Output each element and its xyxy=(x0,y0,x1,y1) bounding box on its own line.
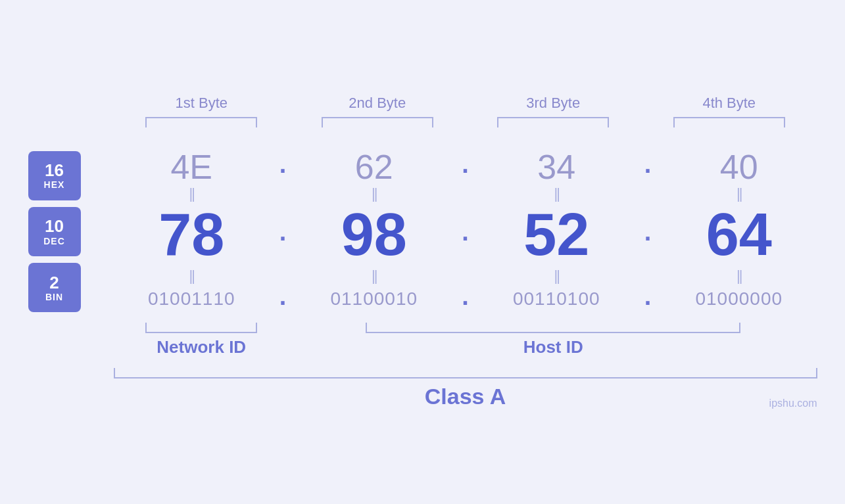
equals-row-1: || || || || xyxy=(114,187,817,200)
byte-label-1: 1st Byte xyxy=(114,95,290,112)
equals-1: || xyxy=(114,189,270,198)
bottom-section: Network ID Host ID xyxy=(114,323,817,357)
equals-6: || xyxy=(296,271,452,280)
base-number-dec: 10 xyxy=(45,217,64,236)
dot-hex-2: . xyxy=(452,150,479,184)
bin-value-4: 01000000 xyxy=(695,288,783,309)
hex-cell-2: 62 xyxy=(296,147,452,187)
base-labels: 16 HEX 10 DEC 2 BIN xyxy=(28,147,114,315)
base-number-bin: 2 xyxy=(49,273,59,292)
main-content: 16 HEX 10 DEC 2 BIN 4E . 62 xyxy=(28,147,817,315)
bottom-brackets xyxy=(114,323,817,333)
bottom-labels: Network ID Host ID xyxy=(114,337,817,357)
hex-cell-4: 40 xyxy=(661,147,817,187)
equals-5: || xyxy=(114,271,270,280)
host-id-label: Host ID xyxy=(289,337,817,357)
equals-4: || xyxy=(661,189,817,198)
hex-value-1: 4E xyxy=(170,148,212,186)
class-bracket xyxy=(114,368,817,378)
hex-row: 4E . 62 . 34 . 40 xyxy=(114,147,817,187)
values-grid: 4E . 62 . 34 . 40 || || xyxy=(114,147,817,315)
dot-hex-1: . xyxy=(270,150,296,184)
watermark: ipshu.com xyxy=(769,398,817,409)
top-brackets xyxy=(114,117,817,127)
dec-value-4: 64 xyxy=(706,202,772,267)
equals-2: || xyxy=(296,189,452,198)
hex-cell-1: 4E xyxy=(114,147,270,187)
host-bracket-wrap xyxy=(289,323,817,333)
host-bracket xyxy=(366,323,740,333)
base-badge-bin: 2 BIN xyxy=(28,263,81,312)
bracket-top-1 xyxy=(145,117,257,127)
base-name-bin: BIN xyxy=(45,292,63,302)
top-bracket-1 xyxy=(114,117,290,127)
dec-cell-1: 78 xyxy=(114,201,270,269)
bin-cell-2: 01100010 xyxy=(296,288,452,309)
equals-7: || xyxy=(479,271,635,280)
dec-value-3: 52 xyxy=(523,202,589,267)
dec-cell-3: 52 xyxy=(479,201,635,269)
equals-3: || xyxy=(479,189,635,198)
class-row: Class A xyxy=(114,368,817,409)
base-number-hex: 16 xyxy=(45,161,64,180)
dot-bin-3: . xyxy=(635,283,661,316)
dec-cell-4: 64 xyxy=(661,201,817,269)
dot-dec-3: . xyxy=(635,218,661,252)
byte-labels-row: 1st Byte 2nd Byte 3rd Byte 4th Byte xyxy=(114,95,817,112)
dot-dec-2: . xyxy=(452,218,479,252)
main-container: 1st Byte 2nd Byte 3rd Byte 4th Byte 16 H… xyxy=(28,95,817,409)
network-bracket xyxy=(145,323,257,333)
bracket-top-4 xyxy=(673,117,785,127)
equals-row-2: || || || || xyxy=(114,269,817,283)
hex-cell-3: 34 xyxy=(479,147,635,187)
bin-value-1: 01001110 xyxy=(148,288,235,309)
byte-label-4: 4th Byte xyxy=(641,95,817,112)
dot-bin-1: . xyxy=(270,283,296,316)
dot-hex-3: . xyxy=(635,150,661,184)
dec-value-1: 78 xyxy=(158,202,224,267)
bin-cell-4: 01000000 xyxy=(661,288,817,309)
hex-value-4: 40 xyxy=(720,148,758,186)
class-label: Class A xyxy=(114,384,817,409)
base-name-hex: HEX xyxy=(44,179,65,190)
dec-value-2: 98 xyxy=(341,202,407,267)
dot-bin-2: . xyxy=(452,283,479,316)
hex-value-2: 62 xyxy=(355,148,393,186)
equals-8: || xyxy=(661,271,817,280)
bin-value-2: 01100010 xyxy=(330,288,418,309)
hex-value-3: 34 xyxy=(537,148,575,186)
base-badge-dec: 10 DEC xyxy=(28,207,81,256)
dec-row: 78 . 98 . 52 . 64 xyxy=(114,201,817,269)
bracket-top-2 xyxy=(322,117,433,127)
top-bracket-4 xyxy=(641,117,817,127)
dot-dec-1: . xyxy=(270,218,296,252)
network-bracket-wrap xyxy=(114,323,290,333)
bin-row: 01001110 . 01100010 . 00110100 . 0100000… xyxy=(114,283,817,316)
bracket-top-3 xyxy=(497,117,609,127)
byte-label-2: 2nd Byte xyxy=(289,95,466,112)
dec-cell-2: 98 xyxy=(296,201,452,269)
network-id-label: Network ID xyxy=(114,337,290,357)
bin-cell-3: 00110100 xyxy=(479,288,635,309)
base-badge-hex: 16 HEX xyxy=(28,151,81,200)
byte-label-3: 3rd Byte xyxy=(466,95,642,112)
base-name-dec: DEC xyxy=(43,236,65,246)
top-bracket-3 xyxy=(466,117,642,127)
top-bracket-2 xyxy=(289,117,466,127)
bin-value-3: 00110100 xyxy=(513,288,600,309)
bin-cell-1: 01001110 xyxy=(114,288,270,309)
